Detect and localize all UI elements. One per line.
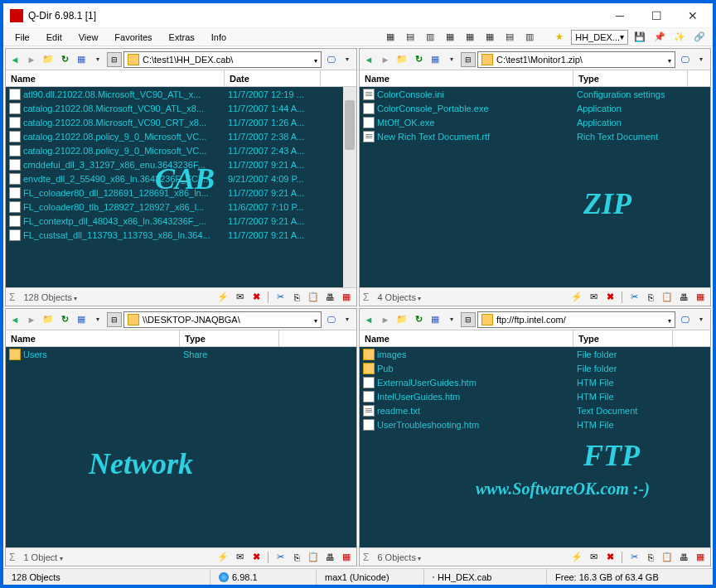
- screen-button[interactable]: [677, 312, 692, 327]
- address-dropdown[interactable]: [668, 55, 671, 65]
- save-icon[interactable]: 💾: [633, 31, 646, 44]
- up-button[interactable]: [394, 52, 409, 67]
- column-type[interactable]: Type: [573, 70, 688, 86]
- cut-icon[interactable]: ✂: [273, 291, 287, 304]
- up-button[interactable]: [41, 52, 56, 67]
- list-item[interactable]: MtOff_OK.exeApplication: [360, 115, 710, 129]
- delete-icon[interactable]: ✖: [603, 291, 617, 304]
- object-count[interactable]: 1 Object: [20, 552, 65, 562]
- view-dropdown[interactable]: [90, 52, 105, 67]
- view-button[interactable]: [428, 312, 443, 327]
- list-item[interactable]: catalog.21022.08.Microsoft_VC90_ATL_x8..…: [6, 101, 356, 115]
- address-bar[interactable]: C:\test1\Monitor1.zip\: [477, 51, 675, 68]
- delete-icon[interactable]: ✖: [249, 551, 263, 564]
- list-item[interactable]: catalog.21022.08.policy_9_0_Microsoft_VC…: [6, 143, 356, 157]
- maximize-button[interactable]: ☐: [638, 4, 675, 27]
- print-icon[interactable]: 🖶: [677, 291, 690, 304]
- back-button[interactable]: [361, 312, 376, 327]
- column-name[interactable]: Name: [360, 70, 573, 86]
- address-dropdown[interactable]: [314, 55, 317, 65]
- list-item[interactable]: FL_coloader80_tlb_128927_128927_x86_l...…: [6, 200, 356, 214]
- mail-icon[interactable]: ✉: [587, 291, 600, 304]
- address-bar[interactable]: C:\test1\HH_DEX.cab\: [123, 51, 322, 68]
- forward-button[interactable]: [24, 52, 39, 67]
- list-item[interactable]: catalog.21022.08.Microsoft_VC90_CRT_x8..…: [6, 115, 356, 129]
- list-item[interactable]: ExternalUserGuides.htmHTM File: [360, 375, 710, 389]
- view-button[interactable]: [74, 52, 89, 67]
- refresh-button[interactable]: [57, 312, 72, 327]
- column-type[interactable]: Type: [573, 330, 673, 346]
- file-list[interactable]: ColorConsole.iniConfiguration settingsCo…: [360, 87, 710, 287]
- list-item[interactable]: catalog.21022.08.policy_9_0_Microsoft_VC…: [6, 129, 356, 143]
- up-button[interactable]: [41, 312, 56, 327]
- back-button[interactable]: [7, 52, 22, 67]
- address-dropdown[interactable]: [314, 315, 317, 325]
- menu-info[interactable]: Info: [205, 31, 233, 44]
- paste-icon[interactable]: 📋: [307, 551, 320, 564]
- mail-icon[interactable]: ✉: [587, 551, 600, 564]
- cut-icon[interactable]: ✂: [627, 551, 641, 564]
- hhdex-dropdown[interactable]: HH_DEX... ▾: [571, 30, 628, 45]
- delete-icon[interactable]: ✖: [603, 551, 617, 564]
- grid-icon[interactable]: ▦: [340, 551, 353, 564]
- list-item[interactable]: FL_contextp_dll_48043_x86_ln.3643236F_..…: [6, 214, 356, 228]
- wand-icon[interactable]: ✨: [673, 31, 686, 44]
- list-item[interactable]: UserTroubleshooting.htmHTM File: [360, 417, 710, 431]
- layout-7-icon[interactable]: ▤: [503, 31, 516, 44]
- file-list[interactable]: imagesFile folderPubFile folderExternalU…: [360, 347, 710, 547]
- paste-icon[interactable]: 📋: [307, 291, 320, 304]
- screen-button[interactable]: [323, 312, 338, 327]
- screen-dropdown[interactable]: [694, 52, 709, 67]
- grid-icon[interactable]: ▦: [340, 291, 353, 304]
- address-bar[interactable]: \\DESKTOP-JNAQBGA\: [123, 311, 322, 328]
- menu-edit[interactable]: Edit: [40, 31, 69, 44]
- cut-icon[interactable]: ✂: [627, 291, 641, 304]
- file-list[interactable]: atl90.dll.21022.08.Microsoft_VC90_ATL_x.…: [6, 87, 356, 287]
- list-item[interactable]: IntelUserGuides.htmHTM File: [360, 389, 710, 403]
- object-count[interactable]: 128 Objects: [20, 292, 80, 302]
- column-date[interactable]: Date: [225, 70, 321, 86]
- object-count[interactable]: 4 Objects: [374, 292, 424, 302]
- object-count[interactable]: 6 Objects: [374, 552, 424, 562]
- view-dropdown[interactable]: [90, 312, 105, 327]
- view-button[interactable]: [428, 52, 443, 67]
- list-item[interactable]: FL_custsat_dll_113793_113793_x86_ln.364.…: [6, 228, 356, 242]
- back-button[interactable]: [361, 52, 376, 67]
- scrollbar[interactable]: [343, 87, 356, 287]
- copy-icon[interactable]: ⎘: [644, 291, 657, 304]
- copy-icon[interactable]: ⎘: [290, 291, 303, 304]
- menu-favorites[interactable]: Favorites: [108, 31, 158, 44]
- fav-icon[interactable]: ★: [553, 31, 566, 44]
- list-item[interactable]: atl90.dll.21022.08.Microsoft_VC90_ATL_x.…: [6, 87, 356, 101]
- drive-icon[interactable]: ⊟: [461, 52, 476, 67]
- scrollbar-thumb[interactable]: [345, 100, 355, 150]
- screen-button[interactable]: [323, 52, 338, 67]
- refresh-button[interactable]: [57, 52, 72, 67]
- view-button[interactable]: [74, 312, 89, 327]
- address-dropdown[interactable]: [668, 315, 671, 325]
- forward-button[interactable]: [378, 52, 393, 67]
- drive-icon[interactable]: ⊟: [107, 52, 122, 67]
- list-item[interactable]: cmddefui_dll_3_31297_x86_enu.3643236F...…: [6, 157, 356, 171]
- list-item[interactable]: envdte_dll_2_55490_x86_ln.3643236F_FC7..…: [6, 171, 356, 186]
- refresh-button[interactable]: [411, 52, 426, 67]
- layout-3-icon[interactable]: ▥: [423, 31, 437, 44]
- print-icon[interactable]: 🖶: [677, 551, 690, 564]
- list-item[interactable]: UsersShare: [6, 347, 356, 361]
- bolt-icon[interactable]: ⚡: [570, 291, 583, 304]
- list-item[interactable]: FL_coloader80_dll_128691_128691_x86_ln..…: [6, 186, 356, 200]
- list-item[interactable]: readme.txtText Document: [360, 403, 710, 417]
- file-list[interactable]: UsersShareNetwork: [6, 347, 356, 547]
- drive-icon[interactable]: ⊟: [461, 312, 476, 327]
- forward-button[interactable]: [24, 312, 39, 327]
- menu-view[interactable]: View: [72, 31, 105, 44]
- screen-dropdown[interactable]: [694, 312, 709, 327]
- pin-icon[interactable]: 📌: [653, 31, 666, 44]
- cut-icon[interactable]: ✂: [273, 551, 287, 564]
- list-item[interactable]: ColorConsole_Portable.exeApplication: [360, 101, 710, 115]
- layout-2-icon[interactable]: ▤: [404, 31, 417, 44]
- layout-5-icon[interactable]: ▦: [463, 31, 477, 44]
- copy-icon[interactable]: ⎘: [290, 551, 303, 564]
- bolt-icon[interactable]: ⚡: [216, 291, 230, 304]
- layout-6-icon[interactable]: ▦: [483, 31, 496, 44]
